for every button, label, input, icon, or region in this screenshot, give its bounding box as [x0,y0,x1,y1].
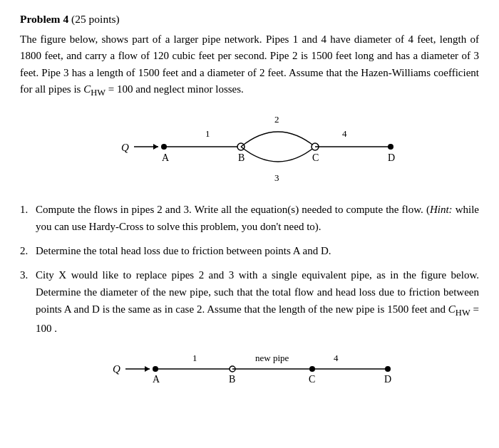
problem-title: Problem 4 (25 points) [20,13,479,26]
q3-hw-sub: HW [456,308,470,318]
d1-pipe2-label: 2 [274,114,279,125]
question-3: 3. City X would like to replace pipes 2 … [20,266,479,337]
diagram1-svg: Q A 1 B 2 3 C 4 D [100,110,399,188]
d1-label-b: B [238,152,245,163]
d1-q-label: Q [121,142,129,153]
chw-symbol: C [83,83,91,95]
diagram2-svg: Q A 1 B new pipe C 4 D [100,345,399,399]
q3-chw: C [448,303,456,315]
d1-pipe1-label: 1 [205,128,210,139]
d2-pipe4-label: 4 [334,353,339,363]
d1-pipe4-label: 4 [342,128,347,139]
d2-pipe1-label: 1 [192,353,197,363]
svg-marker-5 [145,366,150,372]
title-normal: (25 points) [68,13,119,25]
d2-label-c: C [309,374,315,385]
svg-marker-1 [153,144,158,150]
hw-subscript: HW [91,88,106,98]
diagram2: Q A 1 B new pipe C 4 D [20,345,479,399]
desc-text: The figure below, shows part of a larger… [20,33,479,95]
d1-label-d: D [388,152,395,163]
d2-q-label: Q [113,363,120,375]
q2-number: 2. [20,242,36,259]
d2-label-b: B [229,374,235,385]
q2-text: Determine the total head loss due to fri… [36,242,479,259]
q3-text: City X would like to replace pipes 2 and… [36,266,479,337]
questions-section: 1. Compute the flows in pipes 2 and 3. W… [20,201,479,337]
title-bold: Problem 4 [20,13,68,25]
d1-node-d [388,144,393,150]
q1-text: Compute the flows in pipes 2 and 3. Writ… [36,201,479,235]
d2-label-d: D [384,374,391,385]
d1-label-a: A [162,152,170,163]
q1-number: 1. [20,201,36,235]
question-1: 1. Compute the flows in pipes 2 and 3. W… [20,201,479,235]
hint-text: Hint: [430,204,453,215]
question-2: 2. Determine the total head loss due to … [20,242,479,259]
d2-newpipe-label: new pipe [255,353,289,363]
d1-label-c: C [312,152,319,163]
problem-description: The figure below, shows part of a larger… [20,31,479,100]
d1-pipe3-arc [241,147,315,162]
d2-node-d [385,366,391,372]
d2-label-a: A [153,374,160,385]
q3-number: 3. [20,266,36,337]
d1-pipe2-arc [241,132,315,147]
diagram1: Q A 1 B 2 3 C 4 D [20,110,479,188]
d1-pipe3-label: 3 [274,172,279,183]
